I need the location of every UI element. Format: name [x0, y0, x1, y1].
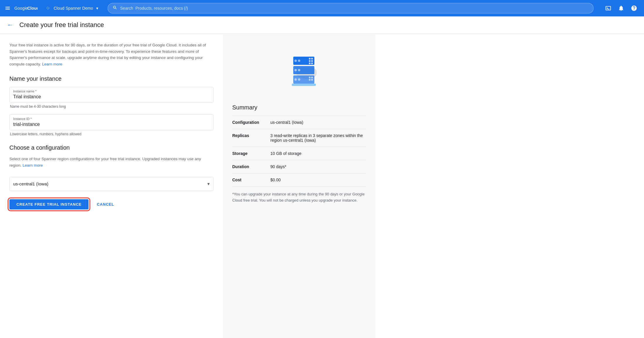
- svg-point-13: [311, 62, 313, 64]
- config-section: Choose a configuration Select one of fou…: [9, 144, 213, 191]
- main-content: Your free trial instance is active for 9…: [0, 34, 644, 338]
- instance-id-label: Instance ID *: [13, 117, 210, 121]
- left-panel: Your free trial instance is active for 9…: [0, 34, 223, 338]
- summary-label-cost: Cost: [232, 173, 270, 187]
- summary-row-configuration: Configuration us-central1 (Iowa): [232, 116, 366, 129]
- svg-text:Cloud: Cloud: [27, 6, 38, 11]
- config-learn-more-link[interactable]: Learn more: [23, 163, 43, 168]
- project-chevron-icon: ▾: [96, 6, 98, 11]
- svg-point-19: [298, 78, 300, 81]
- server-illustration: [276, 48, 323, 89]
- instance-name-hint: Name must be 4-30 characters long: [9, 104, 213, 109]
- svg-rect-24: [292, 84, 316, 86]
- svg-point-23: [311, 79, 313, 81]
- name-section: Name your instance Instance name * Name …: [9, 75, 213, 136]
- svg-point-8: [309, 58, 311, 60]
- instance-id-hint: Lowercase letters, numbers, hyphens allo…: [9, 132, 213, 136]
- summary-title: Summary: [232, 104, 366, 111]
- project-selector[interactable]: ⁘ Cloud Spanner Demo ▾: [46, 5, 98, 11]
- google-cloud-logo: Google Cloud: [14, 4, 38, 12]
- svg-point-20: [309, 77, 311, 78]
- svg-point-22: [309, 79, 311, 81]
- svg-point-11: [311, 60, 313, 62]
- summary-value-replicas: 3 read-write replicas in 3 separate zone…: [270, 129, 366, 147]
- summary-row-replicas: Replicas 3 read-write replicas in 3 sepa…: [232, 129, 366, 147]
- instance-name-input[interactable]: [13, 94, 210, 100]
- svg-point-18: [294, 78, 297, 81]
- summary-label-replicas: Replicas: [232, 129, 270, 147]
- instance-id-input[interactable]: [13, 121, 210, 128]
- svg-point-10: [309, 60, 311, 62]
- config-select[interactable]: us-central1 (Iowa) us-east1 (South Carol…: [13, 181, 210, 186]
- page-title: Create your free trial instance: [19, 21, 104, 29]
- svg-point-21: [311, 77, 313, 78]
- cancel-button[interactable]: CANCEL: [94, 199, 116, 209]
- back-button[interactable]: ←: [7, 21, 13, 29]
- top-navigation: Google Cloud ⁘ Cloud Spanner Demo ▾: [0, 0, 644, 16]
- server-illustration-container: [232, 42, 366, 95]
- summary-label-duration: Duration: [232, 160, 270, 173]
- search-icon: [113, 5, 117, 11]
- config-select-container[interactable]: us-central1 (Iowa) us-east1 (South Carol…: [9, 177, 213, 191]
- summary-value-storage: 10 GB of storage: [270, 147, 366, 160]
- button-row: CREATE FREE TRIAL INSTANCE CANCEL: [9, 199, 213, 209]
- svg-text:Google: Google: [14, 6, 28, 11]
- instance-name-field-container: Instance name *: [9, 87, 213, 103]
- summary-value-duration: 90 days*: [270, 160, 366, 173]
- svg-point-16: [298, 69, 300, 71]
- create-free-trial-button[interactable]: CREATE FREE TRIAL INSTANCE: [9, 199, 89, 209]
- instance-id-group: Instance ID * Lowercase letters, numbers…: [9, 114, 213, 136]
- config-select-group: us-central1 (Iowa) us-east1 (South Carol…: [9, 177, 213, 191]
- summary-label-storage: Storage: [232, 147, 270, 160]
- search-bar[interactable]: [108, 3, 594, 13]
- instance-id-field-container: Instance ID *: [9, 114, 213, 130]
- summary-table: Configuration us-central1 (Iowa) Replica…: [232, 116, 366, 187]
- svg-point-9: [311, 58, 313, 60]
- instance-name-group: Instance name * Name must be 4-30 charac…: [9, 87, 213, 109]
- terminal-button[interactable]: [603, 3, 614, 13]
- project-name: Cloud Spanner Demo: [54, 6, 93, 11]
- summary-label-configuration: Configuration: [232, 116, 270, 129]
- project-dots-icon: ⁘: [46, 5, 50, 11]
- notifications-button[interactable]: [616, 3, 626, 13]
- summary-value-configuration: us-central1 (Iowa): [270, 116, 366, 129]
- instance-name-label: Instance name *: [13, 89, 210, 93]
- config-description: Select one of four Spanner region config…: [9, 156, 213, 168]
- search-input[interactable]: [120, 6, 589, 11]
- right-panel: Summary Configuration us-central1 (Iowa)…: [223, 34, 375, 338]
- summary-value-cost: $0.00: [270, 173, 366, 187]
- help-button[interactable]: [629, 3, 639, 13]
- hamburger-menu[interactable]: [5, 5, 11, 11]
- svg-point-7: [298, 60, 300, 62]
- description-text: Your free trial instance is active for 9…: [9, 42, 213, 67]
- summary-row-duration: Duration 90 days*: [232, 160, 366, 173]
- description-learn-more-link[interactable]: Learn more: [42, 62, 62, 66]
- summary-note: *You can upgrade your instance at any ti…: [232, 191, 366, 204]
- config-section-title: Choose a configuration: [9, 144, 213, 151]
- page-header: ← Create your free trial instance: [0, 16, 644, 34]
- svg-point-15: [294, 69, 297, 71]
- name-section-title: Name your instance: [9, 75, 213, 82]
- svg-point-6: [294, 60, 297, 62]
- svg-point-12: [309, 62, 311, 64]
- summary-row-cost: Cost $0.00: [232, 173, 366, 187]
- summary-row-storage: Storage 10 GB of storage: [232, 147, 366, 160]
- topnav-actions: [603, 3, 639, 13]
